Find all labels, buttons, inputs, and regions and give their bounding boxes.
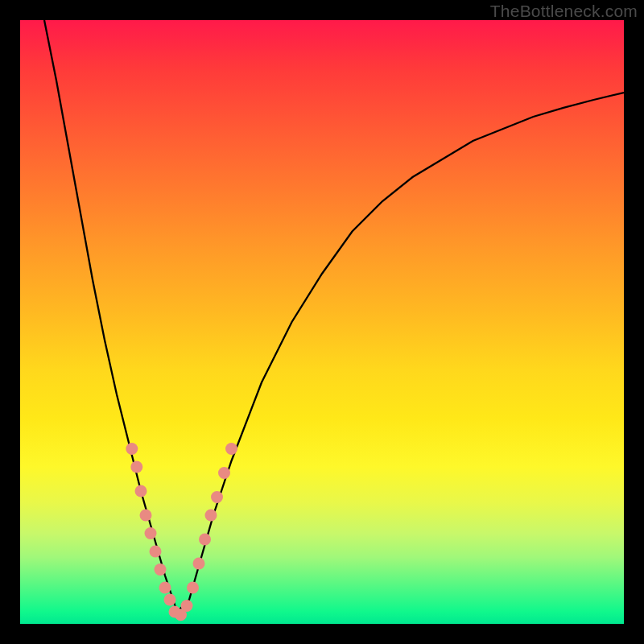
bottleneck-curve-line [44, 20, 624, 612]
watermark-text: TheBottleneck.com [490, 2, 638, 21]
curve-marker-dot [145, 527, 157, 539]
curve-marker-dot [181, 600, 193, 612]
curve-marker-dot [199, 534, 211, 546]
curve-marker-dot [135, 485, 147, 497]
curve-marker-dot [193, 558, 205, 570]
curve-marker-dot [159, 582, 171, 594]
curve-marker-dot [205, 510, 217, 522]
curve-marker-dot [130, 461, 142, 473]
curve-marker-dot [155, 564, 167, 576]
curve-marker-dot [211, 491, 223, 503]
curve-marker-dot [187, 582, 199, 594]
curve-marker-dot [126, 443, 138, 455]
curve-marker-dot [164, 594, 176, 606]
curve-markers [126, 443, 237, 621]
chart-plot-area [20, 20, 624, 624]
curve-marker-dot [218, 467, 230, 479]
bottleneck-curve-svg [20, 20, 624, 624]
curve-marker-dot [150, 546, 162, 558]
curve-marker-dot [140, 510, 152, 522]
curve-marker-dot [225, 443, 237, 455]
